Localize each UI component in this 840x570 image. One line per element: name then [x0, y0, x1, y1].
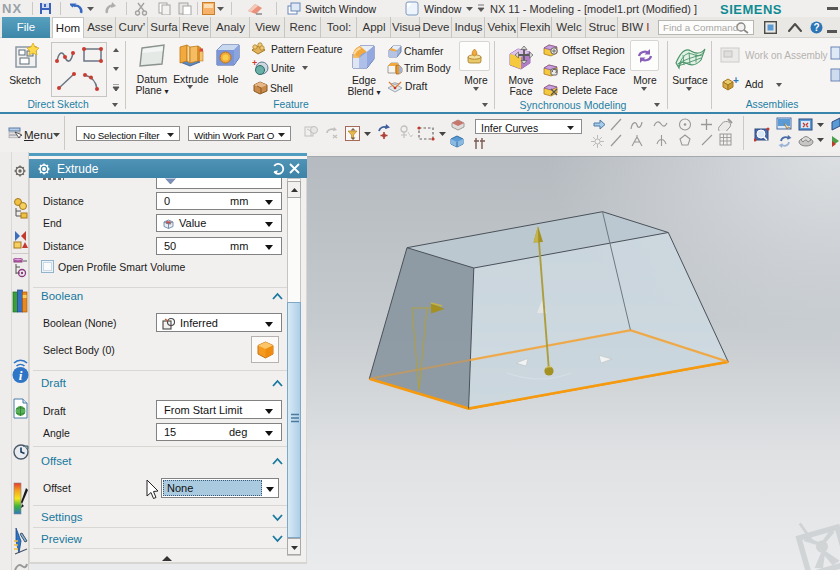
- svg-text:?: ?: [813, 22, 819, 33]
- svg-text:i: i: [19, 368, 23, 383]
- svg-text:+: +: [733, 76, 739, 86]
